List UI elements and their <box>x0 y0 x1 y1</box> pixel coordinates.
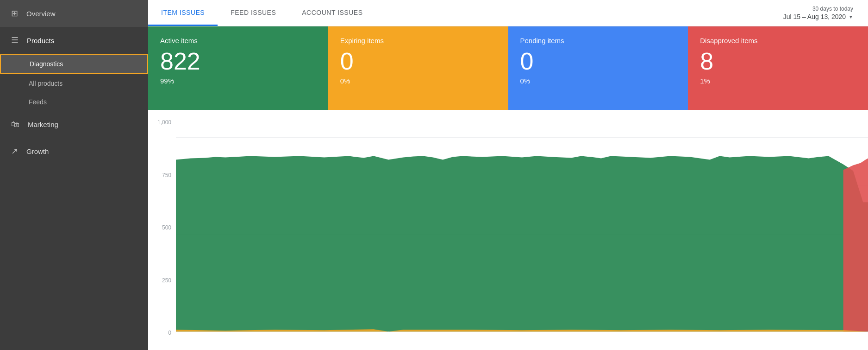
stat-card-active[interactable]: Active items 822 99% <box>148 26 328 110</box>
date-range-label: 30 days to today <box>812 6 853 12</box>
overview-icon: ⊞ <box>11 8 18 19</box>
chart-container: 1,000 750 500 250 0 <box>148 110 868 350</box>
tab-item-issues[interactable]: ITEM ISSUES <box>148 0 218 26</box>
y-label-1000: 1,000 <box>157 119 171 126</box>
growth-icon: ↗ <box>11 146 18 156</box>
expiring-label: Expiring items <box>340 37 496 45</box>
chevron-down-icon: ▼ <box>849 14 853 19</box>
chart-svg-wrapper <box>176 110 868 350</box>
stat-card-disapproved[interactable]: Disapproved items 8 1% <box>688 26 868 110</box>
disapproved-pct: 1% <box>700 77 856 85</box>
expiring-pct: 0% <box>340 77 496 85</box>
disapproved-value: 8 <box>700 49 856 73</box>
y-label-750: 750 <box>162 172 171 178</box>
sidebar-item-overview[interactable]: ⊞ Overview <box>0 0 148 27</box>
date-range-value: Jul 15 – Aug 13, 2020 ▼ <box>783 13 853 20</box>
sidebar-item-feeds[interactable]: Feeds <box>0 93 148 111</box>
chart-area: 1,000 750 500 250 0 <box>148 110 868 350</box>
sidebar-item-all-products[interactable]: All products <box>0 74 148 93</box>
diagnostics-label: Diagnostics <box>30 60 63 68</box>
sidebar-item-products[interactable]: ☰ Products <box>0 27 148 54</box>
marketing-icon: 🛍 <box>11 120 19 129</box>
active-pct: 99% <box>160 77 316 85</box>
chart-svg <box>176 110 868 350</box>
tab-account-issues[interactable]: ACCOUNT ISSUES <box>289 0 375 26</box>
date-range-selector[interactable]: 30 days to today Jul 15 – Aug 13, 2020 ▼ <box>783 6 853 20</box>
chart-green-area <box>176 156 868 332</box>
disapproved-label: Disapproved items <box>700 37 856 45</box>
products-icon: ☰ <box>11 35 19 45</box>
sidebar-sub-products: Diagnostics All products Feeds <box>0 54 148 111</box>
sidebar-label-marketing: Marketing <box>28 121 58 128</box>
stat-cards: Active items 822 99% Expiring items 0 0%… <box>148 26 868 110</box>
active-label: Active items <box>160 37 316 45</box>
sidebar-item-marketing[interactable]: 🛍 Marketing <box>0 111 148 138</box>
sidebar-label-overview: Overview <box>26 10 56 18</box>
tabs: ITEM ISSUES FEED ISSUES ACCOUNT ISSUES <box>148 0 768 26</box>
chart-red-area <box>843 159 868 332</box>
expiring-value: 0 <box>340 49 496 73</box>
y-axis: 1,000 750 500 250 0 <box>148 110 176 350</box>
sidebar-item-growth[interactable]: ↗ Growth <box>0 138 148 165</box>
feeds-label: Feeds <box>29 98 47 106</box>
stat-card-pending[interactable]: Pending items 0 0% <box>508 26 688 110</box>
y-label-250: 250 <box>162 277 171 284</box>
tab-feed-issues[interactable]: FEED ISSUES <box>218 0 289 26</box>
sidebar-label-products: Products <box>27 37 54 45</box>
pending-value: 0 <box>520 49 676 73</box>
stat-card-expiring[interactable]: Expiring items 0 0% <box>328 26 508 110</box>
main-content: ITEM ISSUES FEED ISSUES ACCOUNT ISSUES 3… <box>148 0 868 350</box>
pending-pct: 0% <box>520 77 676 85</box>
y-label-500: 500 <box>162 224 171 231</box>
sidebar: ⊞ Overview ☰ Products Diagnostics All pr… <box>0 0 148 350</box>
sidebar-item-diagnostics[interactable]: Diagnostics <box>0 54 148 74</box>
all-products-label: All products <box>29 80 62 87</box>
pending-label: Pending items <box>520 37 676 45</box>
y-label-0: 0 <box>168 330 171 336</box>
active-value: 822 <box>160 49 316 73</box>
sidebar-label-growth: Growth <box>26 147 49 155</box>
